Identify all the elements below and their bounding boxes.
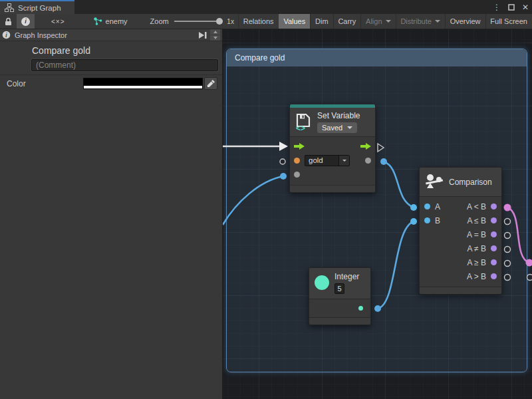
eyedropper-icon [207, 79, 215, 88]
svg-text:<>: <> [296, 124, 305, 132]
chevron-down-icon [386, 20, 391, 23]
output-a-gt-b-port[interactable] [491, 273, 497, 279]
input-b-port[interactable] [424, 217, 430, 223]
scroll-up-button[interactable] [210, 29, 220, 35]
integer-body [309, 299, 370, 317]
graph-canvas[interactable]: Compare gold <> Set Variable Saved [223, 29, 532, 399]
alpha-strip [84, 86, 202, 88]
window-menu-icon[interactable]: ⋮ [493, 3, 501, 11]
lock-button[interactable] [0, 14, 17, 29]
color-swatch[interactable] [83, 78, 203, 89]
comment-input[interactable] [31, 59, 218, 71]
carry-button[interactable]: Carry [333, 14, 360, 29]
output-label: A ≤ B [467, 216, 486, 225]
zoom-slider[interactable] [174, 14, 223, 29]
tab-script-graph[interactable]: Script Graph [0, 0, 74, 14]
graph-node-icon [94, 17, 102, 25]
flow-output-arrow-icon[interactable] [360, 143, 371, 150]
dropdown-caret-icon [347, 126, 352, 129]
align-label: Align [366, 17, 382, 25]
node-footer [420, 287, 501, 294]
dim-button[interactable]: Dim [311, 14, 333, 29]
group-header[interactable]: Compare gold [227, 49, 527, 66]
input-a-label: A [435, 202, 440, 211]
dropdown-button[interactable] [338, 156, 349, 166]
variable-name-port[interactable] [294, 158, 300, 164]
fullscreen-button[interactable]: Full Screen [485, 14, 532, 29]
save-variable-icon: <> [295, 113, 312, 132]
input-a-port[interactable] [424, 203, 430, 209]
comparison-row: A A < B [420, 200, 501, 213]
section-divider [0, 74, 222, 75]
info-icon: i [21, 17, 30, 26]
comparison-row: B A ≤ B [420, 213, 501, 227]
node-title: Comparison [449, 178, 492, 187]
scroll-spinner [210, 29, 220, 41]
align-button[interactable]: Align [361, 14, 395, 29]
graph-toolbar: i <×> enemy Zoom 1x Relations Values Dim… [0, 14, 532, 29]
graph-inspector-panel: i Graph Inspector Compare gold Color [0, 29, 223, 399]
node-integer[interactable]: Integer 5 [309, 267, 371, 325]
output-a-lte-b-port[interactable] [491, 217, 497, 223]
triangle-up-icon [213, 31, 217, 33]
comparison-row: A > B [420, 269, 501, 283]
output-a-gte-b-port[interactable] [491, 259, 497, 265]
variable-name-value: gold [305, 156, 338, 166]
input-value-port[interactable] [294, 172, 300, 178]
output-a-lt-b-port[interactable] [491, 203, 497, 209]
dropdown-caret-icon [342, 160, 346, 162]
group-title: Compare gold [235, 53, 285, 63]
dock-inspector-icon[interactable] [198, 31, 207, 39]
integer-value-field[interactable]: 5 [334, 283, 344, 294]
triangle-down-icon [213, 37, 217, 39]
distribute-label: Distribute [400, 17, 431, 25]
inspector-toggle-button[interactable]: i [17, 14, 35, 29]
eyedropper-button[interactable] [204, 77, 217, 90]
overview-button[interactable]: Overview [446, 14, 485, 29]
values-button[interactable]: Values [279, 14, 310, 29]
node-title: Integer [334, 272, 359, 281]
variable-name-dropdown[interactable]: gold [305, 155, 350, 166]
variable-scope-value: Saved [322, 124, 342, 132]
comparison-scale-icon [425, 174, 444, 190]
output-a-eq-b-port[interactable] [491, 231, 497, 237]
edit-script-button[interactable]: <×> [47, 14, 70, 29]
relations-button[interactable]: Relations [239, 14, 279, 29]
zoom-slider-knob[interactable] [216, 18, 223, 25]
port-open-circle[interactable] [527, 275, 532, 281]
node-comparison[interactable]: Comparison A A < B B A ≤ B [419, 167, 502, 295]
variable-scope-dropdown[interactable]: Saved [317, 122, 357, 133]
distribute-button[interactable]: Distribute [396, 14, 444, 29]
node-footer [290, 185, 375, 192]
input-b-label: B [435, 216, 440, 225]
info-icon: i [2, 31, 11, 39]
comparison-row: A ≥ B [420, 255, 501, 269]
graph-breadcrumb[interactable]: enemy [90, 14, 132, 29]
script-graph-icon [5, 3, 14, 12]
integer-header: Integer 5 [309, 268, 370, 299]
close-icon[interactable]: ✕ [522, 3, 529, 11]
scroll-down-button[interactable] [210, 35, 220, 41]
output-label: A ≠ B [467, 244, 486, 253]
zoom-slider-track[interactable] [174, 21, 223, 22]
output-label: A < B [467, 202, 486, 211]
unity-script-graph-window: Script Graph ⋮ ✕ i <×> [0, 0, 532, 399]
lock-icon [5, 17, 12, 26]
node-set-variable[interactable]: <> Set Variable Saved [289, 104, 376, 193]
integer-output-port[interactable] [358, 306, 363, 311]
inspected-graph-title: Compare gold [32, 45, 90, 56]
output-label: A > B [467, 272, 486, 281]
output-value-port[interactable] [365, 158, 371, 164]
code-icon: <×> [51, 18, 65, 25]
output-label: A = B [467, 230, 486, 239]
graph-name-label: enemy [106, 17, 128, 25]
integer-type-icon [315, 275, 329, 290]
set-variable-body: gold [290, 137, 375, 185]
color-field-label: Color [7, 79, 26, 88]
flow-input-arrow-icon[interactable] [294, 143, 305, 150]
maximize-icon[interactable] [508, 4, 515, 11]
output-a-neq-b-port[interactable] [491, 245, 497, 251]
comparison-header: Comparison [420, 168, 501, 197]
comparison-body: A A < B B A ≤ B A = B [420, 197, 501, 287]
window-controls: ⋮ ✕ [493, 0, 529, 14]
